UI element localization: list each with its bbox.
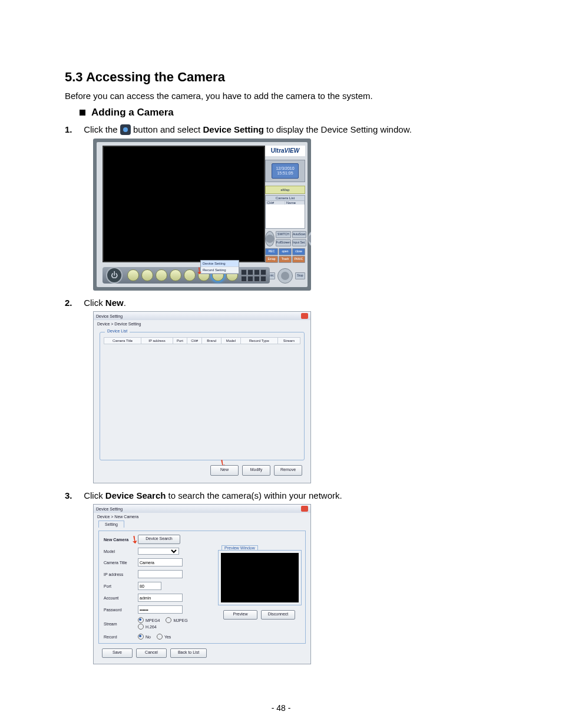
password-input[interactable] [138, 605, 183, 614]
step-3-text-a: Click [84, 490, 105, 500]
stream-h264-radio[interactable]: H.264 [138, 624, 157, 630]
settings-gear-icon [120, 124, 131, 135]
ip-input[interactable] [138, 570, 183, 578]
device-list-legend: Device List [105, 329, 130, 333]
step-3-number: 3. [65, 490, 81, 500]
panic-mini-button[interactable]: PANIC [292, 256, 305, 263]
step-3-text-b: to search the camera(s) within your netw… [168, 490, 342, 500]
disconnect-button[interactable]: Disconnect [261, 610, 295, 620]
subheading: Adding a Camera [91, 107, 174, 118]
step-1-bold: Device Setting [203, 124, 263, 134]
close-icon[interactable] [301, 313, 308, 319]
back-to-list-button[interactable]: Back to List [170, 648, 207, 658]
lock-icon[interactable] [277, 268, 293, 284]
step-1-text-c: to display the Device Setting window. [266, 124, 412, 134]
camera-title-label: Camera Title [104, 561, 138, 565]
breadcrumb: Device > Device Setting [94, 320, 310, 328]
toolbar-button-2[interactable] [141, 269, 153, 281]
page-number: - 48 - [0, 703, 562, 713]
video-area [103, 146, 265, 262]
ip-label: IP address [104, 572, 138, 577]
save-button[interactable]: Save [102, 648, 133, 658]
preview-window [218, 550, 302, 605]
screenshot-new-camera: Device Setting Device > New Camera Setti… [93, 504, 311, 664]
open-button[interactable]: open [279, 248, 292, 255]
tab-setting[interactable]: Setting [98, 521, 124, 528]
step-1-text-b: button and select [133, 124, 203, 134]
remove-button[interactable]: Remove [274, 465, 302, 476]
breadcrumb: Device > New Camera [94, 513, 310, 521]
nav-left-icon[interactable] [265, 231, 275, 246]
step-2-text-b: . [124, 298, 126, 308]
account-input[interactable] [138, 594, 183, 602]
stream-label: Stream [104, 622, 138, 626]
record-label: Record [104, 635, 138, 639]
main-toolbar [103, 267, 270, 284]
emap-mini-button[interactable]: Emap [265, 256, 278, 263]
screenshot-device-setting: Device Setting Device > Device Setting D… [93, 311, 311, 483]
switch-button[interactable]: SWITCH [276, 231, 291, 238]
new-button[interactable]: New [210, 465, 239, 476]
power-icon[interactable] [106, 267, 123, 284]
window-title: Device Setting [96, 314, 123, 318]
window-title: Device Setting [96, 507, 123, 511]
autoscan-button[interactable]: AutoScan [292, 231, 306, 238]
step-2-number: 2. [65, 298, 81, 308]
preview-button[interactable]: Preview [223, 610, 257, 620]
screenshot-ultraview: UltraVIEW 12/3/201015:51:05 eMap Camera … [93, 139, 311, 291]
preview-window-label: Preview Window [222, 545, 258, 550]
step-2-text-a: Click [84, 298, 105, 308]
rec-button[interactable]: REC [265, 248, 278, 255]
fullscreen-button[interactable]: FullScreen [276, 239, 291, 246]
trash-button[interactable]: Trash [279, 256, 292, 263]
cancel-button[interactable]: Cancel [136, 648, 167, 658]
menu-record-setting[interactable]: Record Setting [201, 267, 239, 274]
model-label: Model [104, 549, 138, 554]
clock-display: 12/3/201015:51:05 [272, 163, 298, 179]
layout-grid-icons[interactable] [241, 269, 266, 282]
device-search-button[interactable]: Device Search [138, 535, 180, 544]
camera-list: Camera List CH#Name [265, 195, 305, 229]
toolbar-button-1[interactable] [127, 269, 139, 281]
close-button[interactable]: close [292, 248, 305, 255]
port-input[interactable] [138, 582, 161, 590]
model-select[interactable] [138, 548, 179, 555]
inputset-button[interactable]: Input Set. [292, 239, 306, 246]
step-3-bold: Device Search [105, 490, 166, 500]
section-heading: 5.3 Accessing the Camera [65, 70, 501, 85]
record-yes-radio[interactable]: Yes [157, 634, 171, 640]
close-icon[interactable] [301, 506, 308, 512]
stream-mjpeg-radio[interactable]: MJPEG [166, 617, 187, 623]
password-label: Password [104, 608, 138, 612]
bullet-square-icon [80, 110, 85, 116]
camera-title-input[interactable] [138, 558, 183, 566]
menu-device-setting[interactable]: Device Setting [201, 261, 239, 267]
device-table: Camera TitleIP addressPortCH# BrandModel… [104, 337, 300, 344]
step-1-text-a: Click the [84, 124, 120, 134]
nav-right-icon[interactable] [308, 231, 311, 246]
toolbar-button-play[interactable] [156, 269, 167, 281]
toolbar-button-4[interactable] [170, 269, 181, 281]
record-no-radio[interactable]: No [138, 634, 151, 640]
port-label: Port [104, 584, 138, 588]
intro-text: Before you can access the camera, you ha… [65, 91, 501, 101]
emap-button[interactable]: eMap [265, 186, 305, 194]
modify-button[interactable]: Modify [242, 465, 270, 476]
stop-button[interactable]: Stop [295, 272, 305, 279]
account-label: Account [104, 596, 138, 600]
step-2-bold: New [105, 298, 124, 308]
step-1-number: 1. [65, 124, 81, 134]
stream-mpeg4-radio[interactable]: MPEG4 [138, 617, 160, 623]
settings-popup-menu: Device Setting Record Setting [200, 260, 239, 274]
brand-logo: UltraVIEW [265, 146, 305, 156]
